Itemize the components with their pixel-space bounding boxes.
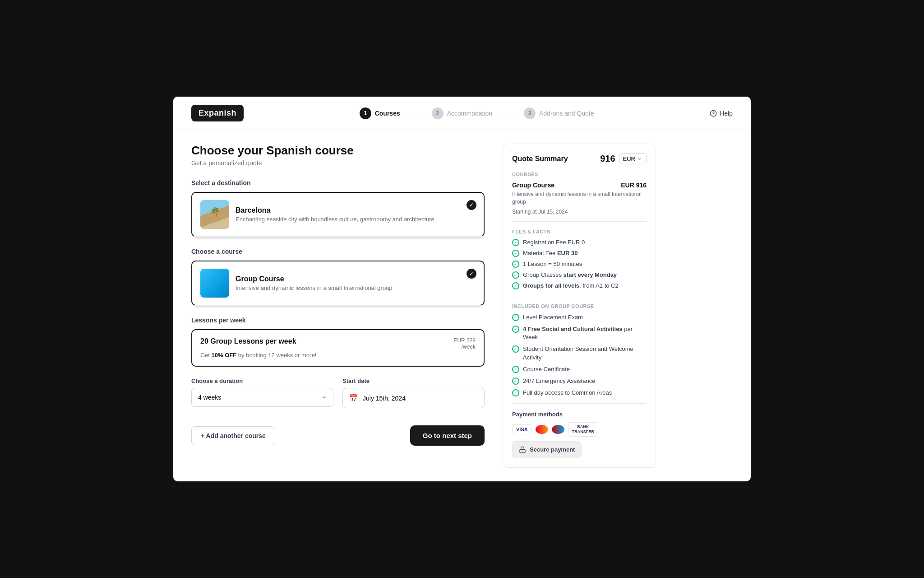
- step-2[interactable]: 2 Accommodation: [432, 107, 492, 119]
- step-3[interactable]: 3 Add-ons and Quote: [524, 107, 594, 119]
- sidebar-course-desc: Intensive and dynamic lessons in a small…: [512, 191, 647, 206]
- payment-section: Payment methods VISA BANKTRANSFER Secure…: [512, 411, 647, 458]
- add-course-button[interactable]: + Add another course: [191, 426, 275, 445]
- destination-card-text: Barcelona Enchanting seaside city with b…: [236, 206, 434, 223]
- course-card[interactable]: Group Course Intensive and dynamic lesso…: [191, 261, 485, 306]
- next-step-button[interactable]: Go to next step: [410, 425, 485, 446]
- quote-title: Quote Summary: [512, 155, 568, 163]
- course-item-header: Group Course EUR 916: [512, 182, 647, 189]
- sidebar-course-date: Starting at Jul 15, 2024: [512, 209, 647, 215]
- included-emergency-label: 24/7 Emergency Assistance: [523, 377, 595, 385]
- main-content: Choose your Spanish course Get a persona…: [173, 130, 751, 481]
- destination-card-stack: Barcelona Enchanting seaside city with b…: [191, 192, 485, 237]
- help-button[interactable]: Help: [710, 110, 733, 117]
- secure-payment-button[interactable]: Secure payment: [512, 441, 582, 458]
- fee-check-icon-3: ✓: [512, 261, 519, 268]
- course-image: [200, 269, 229, 298]
- sidebar-course-item: Group Course EUR 916 Intensive and dynam…: [512, 182, 647, 215]
- page-title: Choose your Spanish course: [191, 144, 485, 158]
- lessons-name: 20 Group Lessons per week: [200, 337, 296, 345]
- destination-card[interactable]: Barcelona Enchanting seaside city with b…: [191, 192, 485, 237]
- lessons-label: Lessons per week: [191, 317, 485, 324]
- course-check-icon: ✓: [467, 269, 476, 279]
- calendar-icon: 📅: [349, 394, 358, 402]
- included-section-header: INCLUDED ON GROUP COURSE: [512, 303, 647, 309]
- included-certificate-label: Course Certificate: [523, 365, 570, 373]
- browser-window: Expanish 1 Courses 2 Accommodation 3 Add…: [173, 97, 751, 481]
- duration-label: Choose a duration: [191, 378, 333, 384]
- course-card-stack: Group Course Intensive and dynamic lesso…: [191, 261, 485, 306]
- fee-check-icon-2: ✓: [512, 250, 519, 257]
- currency-selector[interactable]: EUR: [619, 153, 647, 164]
- bottom-actions: + Add another course Go to next step: [191, 421, 485, 446]
- divider-3: [512, 403, 647, 404]
- lessons-per: /week: [453, 344, 476, 350]
- included-orientation: ✓ Student Orientation Session and Welcom…: [512, 345, 647, 361]
- included-check-6: ✓: [512, 389, 519, 396]
- lessons-promo: Get 10% OFF by booking 12 weeks or more!: [200, 352, 476, 359]
- divider-1: [512, 221, 647, 222]
- payment-label: Payment methods: [512, 411, 647, 418]
- step-2-label: Accommodation: [447, 110, 492, 117]
- fee-lesson-label: 1 Lesson = 50 minutes: [523, 261, 582, 267]
- visa-card: VISA: [512, 424, 532, 434]
- payment-cards: VISA BANKTRANSFER: [512, 422, 647, 437]
- help-icon: [710, 110, 717, 117]
- included-placement-label: Level Placement Exam: [523, 313, 583, 322]
- fee-registration: ✓ Registration Fee EUR 0: [512, 239, 647, 246]
- included-common-areas: ✓ Full day access to Common Areas: [512, 389, 647, 397]
- fee-classes: ✓ Group Classes start every Monday: [512, 271, 647, 279]
- destination-description: Enchanting seaside city with boundless c…: [236, 216, 434, 223]
- quote-summary: Quote Summary 916 EUR COURSES Group Cour…: [503, 144, 656, 468]
- included-check-5: ✓: [512, 378, 519, 385]
- fees-section-header: FEES & FACTS: [512, 229, 647, 234]
- step-1-circle: 1: [360, 107, 371, 119]
- start-date-group: Start date 📅 July 15th, 2024: [342, 378, 485, 408]
- fee-lesson: ✓ 1 Lesson = 50 minutes: [512, 261, 647, 268]
- form-section: Choose your Spanish course Get a persona…: [191, 144, 485, 468]
- steps-nav: 1 Courses 2 Accommodation 3 Add-ons and …: [360, 107, 594, 119]
- included-certificate: ✓ Course Certificate: [512, 365, 647, 373]
- lessons-card[interactable]: 20 Group Lessons per week EUR 229 /week …: [191, 329, 485, 367]
- duration-group: Choose a duration 4 weeks: [191, 378, 333, 408]
- page-subtitle: Get a personalized quote: [191, 159, 485, 167]
- header: Expanish 1 Courses 2 Accommodation 3 Add…: [173, 97, 751, 130]
- course-label: Choose a course: [191, 248, 485, 255]
- secure-payment-label: Secure payment: [530, 446, 575, 453]
- quote-price-area: 916 EUR: [600, 153, 647, 164]
- sidebar: Quote Summary 916 EUR COURSES Group Cour…: [503, 144, 656, 468]
- duration-row: Choose a duration 4 weeks Start date 📅 J…: [191, 378, 485, 408]
- svg-rect-2: [520, 449, 525, 452]
- quote-total: 916: [600, 154, 615, 164]
- included-placement: ✓ Level Placement Exam: [512, 313, 647, 322]
- divider-2: [512, 296, 647, 296]
- fee-check-icon-4: ✓: [512, 271, 519, 279]
- mastercard-card: [536, 425, 548, 434]
- step-3-label: Add-ons and Quote: [539, 110, 594, 117]
- destination-name: Barcelona: [236, 206, 434, 214]
- step-2-circle: 2: [432, 107, 444, 119]
- sidebar-course-name: Group Course: [512, 182, 554, 189]
- course-card-text: Group Course Intensive and dynamic lesso…: [236, 275, 393, 291]
- lessons-top: 20 Group Lessons per week EUR 229 /week: [200, 337, 476, 350]
- currency-label: EUR: [623, 155, 635, 162]
- maestro-card: [552, 425, 564, 434]
- start-date-label: Start date: [342, 378, 485, 384]
- sidebar-course-price: EUR 916: [621, 182, 647, 189]
- bank-transfer-card: BANKTRANSFER: [568, 422, 598, 437]
- chevron-down-icon: [637, 156, 642, 162]
- step-connector-1: [405, 113, 427, 113]
- course-name: Group Course: [236, 275, 393, 283]
- included-check-2: ✓: [512, 326, 519, 333]
- included-check-1: ✓: [512, 314, 519, 321]
- lock-icon: [519, 446, 526, 453]
- lessons-price: EUR 229: [453, 337, 476, 344]
- fee-material: ✓ Material Fee EUR 30: [512, 250, 647, 257]
- start-date-value: July 15th, 2024: [363, 395, 406, 402]
- fee-check-icon-5: ✓: [512, 282, 519, 289]
- duration-select[interactable]: 4 weeks: [191, 388, 333, 407]
- included-activities: ✓ 4 Free Social and Cultural Activities …: [512, 325, 647, 341]
- start-date-field[interactable]: 📅 July 15th, 2024: [342, 388, 485, 408]
- included-orientation-label: Student Orientation Session and Welcome …: [523, 345, 647, 361]
- step-1[interactable]: 1 Courses: [360, 107, 400, 119]
